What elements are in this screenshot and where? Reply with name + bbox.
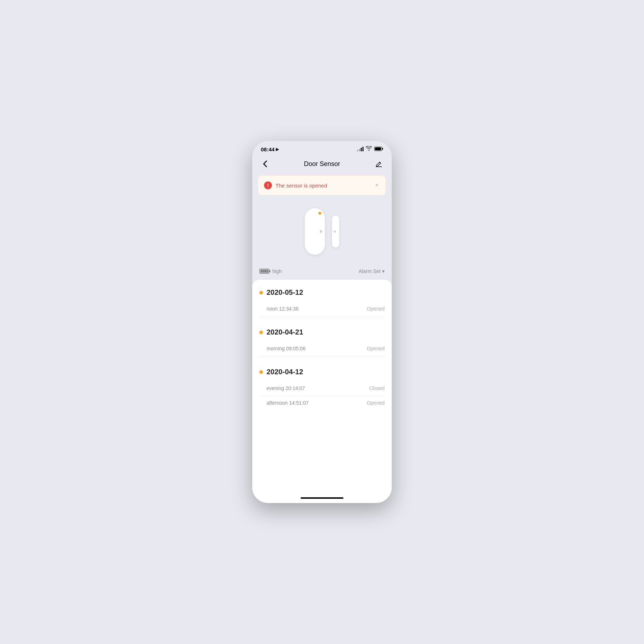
sensor-led [318,212,321,215]
alert-close-button[interactable]: × [374,181,380,190]
magnet-arrow-left [333,230,336,233]
sensor-magnet [332,215,339,248]
event-time: noon 12:34:36 [267,306,299,312]
date-group: 2020-04-12evening 20:14:07Closedafternoo… [259,368,385,410]
device-status-row: high Alarm Set ▾ [252,265,392,280]
wifi-icon [366,146,372,152]
event-row: morning 09:05:06Opened [259,341,385,356]
group-separator [259,318,385,318]
event-time: evening 20:14:07 [267,385,305,391]
sensor-arrow-right [320,230,323,233]
date-header: 2020-04-12 [259,368,385,376]
alarm-set-button[interactable]: Alarm Set ▾ [359,268,385,274]
date-group: 2020-04-21morning 09:05:06Opened [259,328,385,358]
home-bar [301,497,343,499]
group-separator [259,357,385,358]
status-bar: 08:44 ▶ [252,141,392,155]
svg-rect-1 [382,148,383,150]
location-icon: ▶ [276,147,279,152]
event-status: Opened [367,306,385,312]
event-time: afternoon 14:51:07 [267,400,309,406]
alert-text: The sensor is opened [275,182,327,189]
event-status: Opened [367,346,385,351]
battery-status: high [259,268,282,274]
date-header: 2020-05-12 [259,288,385,297]
event-row: evening 20:14:07Closed [259,381,385,396]
battery-label: high [272,268,282,274]
status-icons [357,146,383,152]
svg-rect-2 [375,147,381,150]
sensor-visual [252,201,392,265]
battery-indicator-icon [259,269,269,274]
date-dot [259,291,263,294]
alert-icon: ! [264,181,272,189]
event-time: morning 09:05:06 [267,346,306,351]
battery-fill [260,270,268,273]
battery-status-icon [374,146,383,152]
time-label: 08:44 [261,146,274,152]
date-header: 2020-04-21 [259,328,385,336]
event-row: noon 12:34:36Opened [259,302,385,316]
page-title: Door Sensor [304,160,340,168]
phone-frame: 08:44 ▶ [252,141,392,503]
alarm-set-arrow: ▾ [382,268,385,274]
sensor-illustration [305,208,339,255]
header: Door Sensor [252,155,392,175]
home-indicator [252,494,392,503]
event-status: Closed [369,385,385,391]
event-status: Opened [367,400,385,406]
date-text: 2020-04-21 [267,328,303,336]
status-time: 08:44 ▶ [261,146,279,152]
date-dot [259,331,263,334]
alarm-set-label: Alarm Set [359,268,381,274]
date-text: 2020-05-12 [267,288,303,297]
history-list: 2020-05-12noon 12:34:36Opened2020-04-21m… [252,280,392,494]
back-button[interactable] [259,158,271,170]
sensor-body [305,208,325,255]
date-dot [259,370,263,374]
edit-button[interactable] [373,158,385,170]
signal-icon [357,147,364,151]
date-text: 2020-04-12 [267,368,303,376]
alert-content: ! The sensor is opened [264,181,327,189]
date-group: 2020-05-12noon 12:34:36Opened [259,288,385,318]
alert-banner: ! The sensor is opened × [258,175,386,195]
event-row: afternoon 14:51:07Opened [259,396,385,410]
